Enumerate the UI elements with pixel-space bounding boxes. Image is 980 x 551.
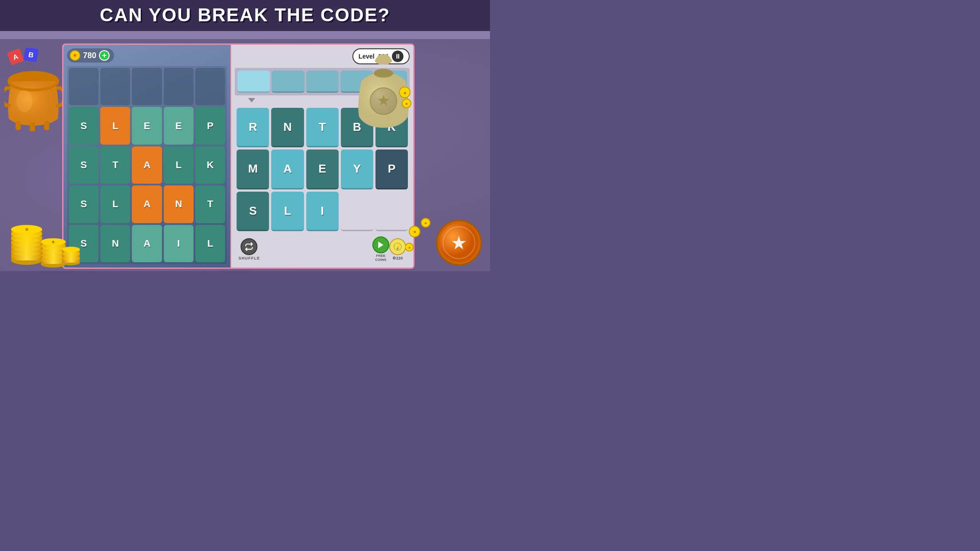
tile-empty-1: [341, 192, 373, 231]
svg-point-32: [62, 256, 80, 261]
coin-stacks: ★ ★: [9, 212, 98, 271]
grid-cell-3-3: N: [164, 185, 194, 223]
grid-cell-4-1: N: [100, 225, 130, 262]
svg-text:💡: 💡: [395, 244, 401, 250]
tile-Y[interactable]: Y: [341, 150, 373, 189]
svg-point-9: [16, 90, 32, 112]
grid-cell-1-1: L: [100, 107, 130, 144]
svg-point-18: [11, 252, 42, 260]
svg-point-33: [374, 69, 393, 78]
grid-cell-4-3: I: [164, 225, 194, 262]
svg-marker-53: [378, 242, 383, 248]
svg-text:★: ★: [51, 239, 55, 244]
grid-cell-4-2: A: [132, 225, 162, 262]
grid-cell-3-4: T: [195, 185, 225, 223]
tile-I[interactable]: I: [306, 192, 339, 231]
free-coins-button[interactable]: FREE COINS: [372, 236, 389, 262]
grid-cell-0-4: [195, 68, 225, 105]
svg-rect-8: [44, 121, 49, 130]
grid-cell-1-3: E: [164, 107, 194, 144]
grid-cell-0-1: [100, 68, 130, 105]
free-coins-icon[interactable]: [372, 236, 389, 253]
tile-N[interactable]: N: [271, 108, 304, 147]
answer-slot-1[interactable]: [237, 71, 270, 93]
grid-cell-0-2: [132, 68, 162, 105]
answer-slot-3[interactable]: [306, 71, 339, 93]
tile-S[interactable]: S: [237, 192, 269, 231]
tile-E[interactable]: E: [306, 150, 339, 189]
hint-cost: ⚙220: [392, 256, 403, 260]
shuffle-icon[interactable]: [241, 238, 257, 255]
score-bar: ★ 780 +: [67, 48, 114, 63]
shuffle-label: SHUFFLE: [238, 256, 260, 260]
grid-cell-2-3: L: [164, 146, 194, 184]
grid-cell-2-0: S: [69, 146, 99, 184]
svg-text:★: ★: [450, 232, 467, 253]
grid-cell-1-2: E: [132, 107, 162, 144]
bottom-controls: SHUFFLE FREE COINS: [235, 235, 410, 264]
svg-text:★: ★: [377, 92, 390, 109]
grid-cell-1-0: S: [69, 107, 99, 144]
header-bar: CAN YOU BREAK THE CODE?: [0, 0, 490, 31]
page-title: CAN YOU BREAK THE CODE?: [0, 4, 490, 26]
shuffle-button[interactable]: SHUFFLE: [238, 238, 260, 260]
score-value: 780: [83, 51, 96, 60]
svg-text:★: ★: [405, 102, 408, 106]
right-bottom-decoration: ★ ★ ★ ★: [406, 214, 486, 269]
cauldron-decoration: A B: [4, 48, 62, 137]
tile-A[interactable]: A: [271, 150, 304, 189]
money-bag-decoration: ★ ★ ★: [352, 46, 410, 134]
tile-L[interactable]: L: [271, 192, 304, 231]
grid-cell-4-4: L: [195, 225, 225, 262]
star-icon: ★: [70, 50, 80, 61]
add-coins-button[interactable]: +: [99, 50, 110, 61]
svg-rect-6: [16, 121, 21, 130]
grid-cell-0-0: [69, 68, 99, 105]
grid-cell-3-1: L: [100, 185, 130, 223]
hint-icon[interactable]: 💡: [389, 238, 406, 255]
svg-text:★: ★: [408, 246, 411, 250]
grid-cell-0-3: [164, 68, 194, 105]
tile-T[interactable]: T: [306, 108, 339, 147]
tile-M[interactable]: M: [237, 150, 269, 189]
grid-cell-1-4: P: [195, 107, 225, 144]
svg-text:★: ★: [24, 226, 29, 232]
main-area: A B: [0, 39, 490, 271]
grid-cell-3-2: A: [132, 185, 162, 223]
subtitle-bar: [0, 31, 490, 39]
grid-cell-2-4: K: [195, 146, 225, 184]
tile-P[interactable]: P: [375, 150, 408, 189]
tile-R[interactable]: R: [237, 108, 269, 147]
svg-text:★: ★: [413, 229, 417, 234]
grid-cell-2-1: T: [100, 146, 130, 184]
svg-text:★: ★: [403, 91, 407, 95]
hint-button[interactable]: 💡 ⚙220: [389, 238, 406, 260]
tile-empty-2: [375, 192, 408, 231]
free-coins-label: FREE COINS: [375, 254, 386, 262]
svg-text:★: ★: [424, 221, 427, 225]
grid-cell-2-2: A: [132, 146, 162, 184]
answer-slot-2[interactable]: [272, 71, 304, 93]
svg-text:★: ★: [72, 52, 78, 59]
svg-point-26: [41, 256, 66, 263]
svg-rect-7: [30, 122, 35, 131]
